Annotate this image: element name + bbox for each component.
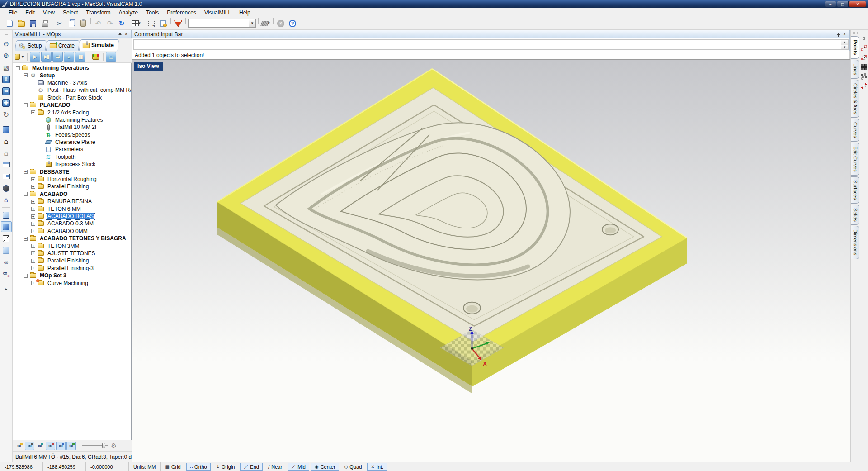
stop-button[interactable]: □: [106, 52, 116, 62]
expand-arrow-icon[interactable]: ▸: [1, 283, 12, 294]
view-sphere-icon[interactable]: [1, 183, 12, 194]
tab-points[interactable]: Points: [851, 36, 859, 59]
zoom-out-icon[interactable]: ⊖: [1, 38, 12, 49]
status-toggle-int[interactable]: ×Int.: [367, 463, 387, 471]
open-file-icon[interactable]: [16, 19, 27, 29]
sim-tool-visibility-icon[interactable]: ∞: [56, 442, 66, 450]
tree-expander-icon[interactable]: −: [24, 274, 28, 278]
pan-icon[interactable]: ✚: [1, 97, 12, 108]
tree-item-parameters[interactable]: Parameters: [13, 146, 131, 153]
status-toggle-mid[interactable]: ／Mid: [288, 463, 309, 471]
tree-expander-icon[interactable]: +: [31, 251, 35, 255]
close-button[interactable]: ×: [849, 1, 866, 7]
iso-home-view-icon[interactable]: ⌂: [1, 195, 12, 205]
point-grid-icon[interactable]: [861, 64, 867, 70]
menu-item-analyze[interactable]: Analyze: [114, 9, 142, 17]
tree-expander-icon[interactable]: −: [24, 103, 28, 107]
tree-item-curve-machining[interactable]: +Curve Machining: [13, 279, 131, 286]
status-toggle-ortho[interactable]: ∷Ortho: [186, 463, 211, 471]
zoom-window-icon[interactable]: ▧: [1, 62, 12, 73]
tree-item-in-process-stock[interactable]: In-process Stock: [13, 161, 131, 168]
sim-stock-visibility-icon[interactable]: ∞: [25, 442, 34, 450]
tab-dimensions[interactable]: Dimensions: [851, 226, 859, 259]
tree-item-clearance-plane[interactable]: Clearance Plane: [13, 138, 131, 146]
display-shaded-icon[interactable]: [1, 209, 12, 220]
new-file-icon[interactable]: [4, 19, 15, 29]
pause-button[interactable]: ▮▮: [75, 52, 85, 62]
tree-expander-icon[interactable]: +: [31, 266, 35, 270]
tree-item-setup[interactable]: −⚙Setup: [13, 71, 131, 79]
status-toggle-near[interactable]: ∕Near: [264, 463, 286, 471]
redo-icon[interactable]: ↷: [104, 19, 115, 29]
tab-create[interactable]: Create: [46, 40, 80, 51]
status-toggle-origin[interactable]: ↓Origin: [212, 463, 239, 471]
sim-axes-visibility-icon[interactable]: ∞: [46, 442, 55, 450]
view-cube-icon[interactable]: [1, 124, 12, 135]
tree-item-acabado-0mm[interactable]: +ACABADO 0MM: [13, 228, 131, 235]
tree-item-machining-operations[interactable]: −Machining Operations: [13, 64, 131, 71]
tree-expander-icon[interactable]: −: [31, 110, 35, 114]
print-icon[interactable]: [39, 19, 50, 29]
command-input[interactable]: [133, 39, 841, 50]
layer-combo-icon[interactable]: ▼: [188, 19, 256, 29]
tree-expander-icon[interactable]: +: [31, 214, 35, 219]
scene-3d[interactable]: Z X: [132, 60, 850, 462]
tree-item-horizontal-roughing[interactable]: +Horizontal Roughing: [13, 176, 131, 183]
material-library-icon[interactable]: ▼: [260, 19, 271, 29]
sim-holder-visibility-icon[interactable]: ∞: [66, 442, 76, 450]
pin-icon[interactable]: [835, 31, 841, 38]
tree-expander-icon[interactable]: −: [24, 237, 28, 241]
show-stock-glasses-icon[interactable]: ∞: [1, 257, 12, 267]
tree-item-acabado[interactable]: −ACABADO: [13, 190, 131, 198]
tab-curves[interactable]: Curves: [851, 119, 859, 142]
tab-simulate[interactable]: Simulate: [79, 39, 119, 51]
refresh-icon[interactable]: ↻: [116, 19, 127, 29]
status-toggle-center[interactable]: ◉Center: [311, 463, 339, 471]
zoom-dynamic-icon[interactable]: ⇕: [1, 74, 12, 85]
status-toggle-end[interactable]: ／End: [240, 463, 263, 471]
zoom-in-icon[interactable]: ⊕: [1, 50, 12, 61]
command-history-spinner[interactable]: ▲▼: [841, 39, 849, 50]
menu-item-help[interactable]: Help: [235, 9, 255, 17]
tree-expander-icon[interactable]: −: [24, 170, 28, 174]
tree-expander-icon[interactable]: +: [31, 177, 35, 181]
status-toggle-grid[interactable]: ▦Grid: [162, 463, 184, 471]
select-objects-icon[interactable]: [146, 19, 157, 29]
menu-item-visualmill[interactable]: VisualMILL: [200, 9, 235, 17]
copy-icon[interactable]: [66, 19, 77, 29]
menu-item-edit[interactable]: Edit: [21, 9, 39, 17]
simulate-by-moves-button[interactable]: ⇉: [52, 52, 63, 62]
save-file-icon[interactable]: [28, 19, 38, 29]
spin-up-icon[interactable]: ▲: [841, 40, 848, 45]
tree-expander-icon[interactable]: +: [31, 259, 35, 263]
simulation-speed-slider[interactable]: [82, 442, 108, 449]
tree-expander-icon[interactable]: −: [16, 66, 20, 70]
menu-item-select[interactable]: Select: [59, 9, 82, 17]
home-view-icon[interactable]: ⌂: [1, 136, 12, 147]
sim-compare-icon[interactable]: ∞: [14, 442, 24, 450]
tree-expander-icon[interactable]: +: [31, 244, 35, 248]
tree-item-planeado[interactable]: −PLANEADO: [13, 101, 131, 109]
settings-gear-icon[interactable]: ⚙: [109, 442, 118, 450]
spin-down-icon[interactable]: ▼: [841, 45, 848, 50]
pin-icon[interactable]: [117, 31, 123, 38]
tree-expander-icon[interactable]: +: [31, 185, 35, 189]
rotate-view-icon[interactable]: ↻: [1, 109, 12, 120]
tree-item-post-haas-with-cut-comp-mm-raul[interactable]: ⚙Post - Haas_with cut_comp-MM RAUL: [13, 86, 131, 94]
menu-item-view[interactable]: View: [39, 9, 59, 17]
viewport-layout-icon[interactable]: ▼: [131, 19, 142, 29]
tree-item-flatmill-10-mm-2f[interactable]: FlatMill 10 MM 2F: [13, 124, 131, 131]
close-icon[interactable]: ×: [123, 31, 129, 38]
show-axes-glasses-icon[interactable]: ∞x: [1, 268, 12, 279]
tree-item-ajuste-tetones[interactable]: +AJUSTE TETONES: [13, 250, 131, 257]
visualmill-logo-icon[interactable]: [173, 19, 184, 29]
material-cube-button[interactable]: [90, 52, 101, 62]
circle-center-points-icon[interactable]: [861, 54, 867, 61]
tab-lines[interactable]: Lines: [851, 60, 859, 79]
tree-item-toolpath[interactable]: ≋Toolpath: [13, 153, 131, 161]
tree-item-mop-set-3[interactable]: −MOp Set 3: [13, 272, 131, 279]
viewport-split-icon[interactable]: [1, 171, 12, 182]
single-point-icon[interactable]: [861, 35, 867, 42]
tree-item-desbaste[interactable]: −DESBASTE: [13, 168, 131, 175]
tree-item-acabado-tetones-y-bisagra[interactable]: −ACABADO TETONES Y BISAGRA: [13, 235, 131, 242]
